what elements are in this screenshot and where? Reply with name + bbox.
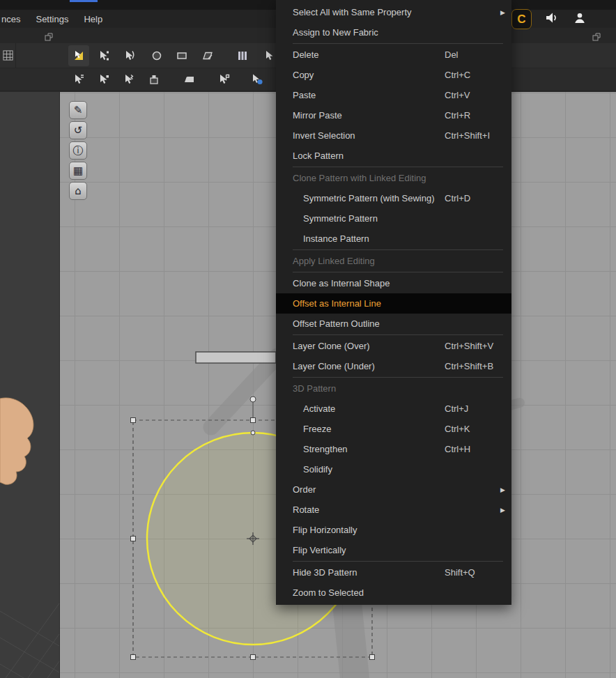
rotate-icon: ↺: [74, 125, 83, 136]
menu-item-copy[interactable]: CopyCtrl+C: [276, 65, 511, 85]
menu-item-shortcut: Ctrl+Shift+I: [445, 125, 490, 146]
menu-item-mirror-paste[interactable]: Mirror PasteCtrl+R: [276, 105, 511, 125]
detach-2d-window-button[interactable]: [592, 31, 601, 40]
menu-item-activate[interactable]: ActivateCtrl+J: [276, 399, 511, 419]
menu-item-label: Flip Vertically: [293, 545, 346, 555]
pin-tool-button[interactable]: [144, 69, 164, 90]
iron-tool-button[interactable]: [179, 69, 200, 90]
fabric-grid-button[interactable]: [0, 43, 15, 68]
info-icon: ⓘ: [73, 146, 84, 156]
edit-sewing-tool-button[interactable]: [118, 69, 139, 90]
menu-item-strengthen[interactable]: StrengthenCtrl+H: [276, 439, 511, 459]
tack-tool-button[interactable]: [213, 69, 234, 90]
menu-item-invert-selection[interactable]: Invert SelectionCtrl+Shift+I: [276, 125, 511, 146]
menu-item-hide-3d-pattern[interactable]: Hide 3D PatternShift+Q: [276, 562, 511, 583]
menu-item-label: Clone as Internal Shape: [293, 278, 390, 288]
user-icon: [573, 12, 586, 24]
menu-item-layer-clone-under[interactable]: Layer Clone (Under)Ctrl+Shift+B: [276, 356, 511, 376]
menu-item-shortcut: Ctrl+C: [445, 65, 470, 85]
menu-item-flip-horizontally[interactable]: Flip Horizontally: [276, 520, 511, 540]
edit-curvature-tool-button[interactable]: [119, 45, 140, 66]
menu-item-label: Strengthen: [303, 444, 348, 454]
edit-curvature-icon: [123, 49, 136, 62]
account-button[interactable]: [573, 12, 586, 26]
edit-pattern-tool-button[interactable]: [93, 45, 114, 66]
pen-icon: ✎: [74, 105, 83, 116]
menu-item-symmetric-pattern[interactable]: Symmetric Pattern: [276, 208, 511, 229]
submenu-arrow-icon: ▶: [500, 3, 505, 23]
menu-item-offset-pattern-outline[interactable]: Offset Pattern Outline: [276, 314, 511, 334]
menu-separator: [293, 43, 503, 44]
menu-item-layer-clone-over[interactable]: Layer Clone (Over)Ctrl+Shift+V: [276, 336, 511, 356]
menu-item-lock-pattern[interactable]: Lock Pattern: [276, 146, 511, 166]
sound-button[interactable]: [545, 12, 558, 26]
menu-item-label: Hide 3D Pattern: [293, 567, 357, 578]
home-view-button[interactable]: ⌂: [69, 182, 87, 200]
transform-pattern-icon: [72, 49, 85, 62]
menu-item-rotate[interactable]: Rotate▶: [276, 500, 511, 520]
menu-item-label: Rotate: [293, 504, 319, 515]
menu-preferences[interactable]: nces: [0, 14, 28, 24]
menu-item-order[interactable]: Order▶: [276, 479, 511, 500]
detach-3d-window-button[interactable]: [45, 31, 53, 40]
rectangle-tool-button[interactable]: [171, 45, 192, 66]
menu-item-label: Clone Pattern with Linked Editing: [293, 173, 426, 183]
strain-ball-icon: [251, 73, 263, 86]
menu-item-label: Offset as Internal Line: [293, 298, 381, 309]
menu-item-label: Flip Horizontally: [293, 525, 357, 535]
menu-item-label: Symmetric Pattern (with Sewing): [303, 193, 435, 203]
menu-item-clone-as-internal-shape[interactable]: Clone as Internal Shape: [276, 273, 511, 293]
menu-item-label: Assign to New Fabric: [293, 27, 378, 38]
menu-item-select-all-with-same-property[interactable]: Select All with Same Property▶: [276, 2, 511, 22]
menu-item-flip-vertically[interactable]: Flip Vertically: [276, 540, 511, 560]
menu-item-paste[interactable]: PasteCtrl+V: [276, 85, 511, 105]
polygon-pen-icon: [201, 49, 214, 62]
polygon-tool-button[interactable]: [197, 45, 218, 66]
titlebar-accent: [70, 0, 98, 2]
menu-item-shortcut: Ctrl+D: [445, 188, 470, 208]
menu-item-label: Apply Linked Editing: [293, 256, 375, 266]
menu-item-label: Paste: [293, 90, 316, 100]
menu-item-instance-pattern[interactable]: Instance Pattern: [276, 229, 511, 249]
menu-item-solidify[interactable]: Solidify: [276, 459, 511, 479]
segment-sewing-tool-button[interactable]: [68, 69, 89, 90]
menu-item-label: Layer Clone (Over): [293, 341, 370, 351]
menu-item-offset-as-internal-line[interactable]: Offset as Internal Line: [276, 293, 511, 314]
menu-item-label: Freeze: [303, 424, 331, 434]
menu-separator: [293, 272, 503, 272]
menu-item-label: Copy: [293, 70, 314, 80]
iron-icon: [183, 73, 196, 86]
viewport-3d[interactable]: [0, 92, 60, 678]
add-point-tool-button[interactable]: [146, 45, 167, 66]
toolbar-divider: [15, 43, 16, 68]
menu-item-freeze[interactable]: FreezeCtrl+K: [276, 419, 511, 439]
free-sewing-tool-button[interactable]: [93, 69, 114, 90]
menu-item-assign-to-new-fabric[interactable]: Assign to New Fabric: [276, 22, 511, 43]
menu-item-label: Zoom to Selected: [293, 587, 364, 598]
menu-separator: [293, 561, 503, 562]
menu-item-label: Instance Pattern: [303, 233, 369, 244]
menu-help[interactable]: Help: [76, 14, 110, 24]
fabric-strain-tool-button[interactable]: [247, 69, 268, 90]
rotate-view-button[interactable]: ↺: [69, 121, 87, 139]
menu-item-delete[interactable]: DeleteDel: [276, 45, 511, 65]
info-toggle-button[interactable]: ⓘ: [69, 141, 87, 160]
menu-item-apply-linked-editing: Apply Linked Editing: [276, 251, 511, 271]
menu-item-symmetric-pattern-with-sewing[interactable]: Symmetric Pattern (with Sewing)Ctrl+D: [276, 188, 511, 208]
menu-item-zoom-to-selected[interactable]: Zoom to Selected: [276, 583, 511, 603]
pen-tool-button[interactable]: ✎: [69, 101, 87, 119]
dart-tool-button[interactable]: [232, 45, 253, 66]
grid-toggle-button[interactable]: ▦: [69, 162, 87, 180]
menu-settings[interactable]: Settings: [28, 14, 76, 24]
free-sewing-icon: [98, 73, 110, 86]
menu-item-clone-pattern-with-linked-editing: Clone Pattern with Linked Editing: [276, 168, 511, 188]
menu-separator: [293, 377, 503, 378]
menu-item-label: Layer Clone (Under): [293, 361, 375, 371]
menu-item-label: Symmetric Pattern: [303, 213, 378, 224]
menu-item-shortcut: Ctrl+Shift+B: [445, 356, 493, 376]
transform-pattern-tool-button[interactable]: [68, 45, 89, 66]
speaker-icon: [545, 12, 558, 24]
clo-logo[interactable]: C: [511, 9, 532, 29]
pleats-icon: [236, 49, 249, 62]
popout-icon: [45, 33, 53, 41]
